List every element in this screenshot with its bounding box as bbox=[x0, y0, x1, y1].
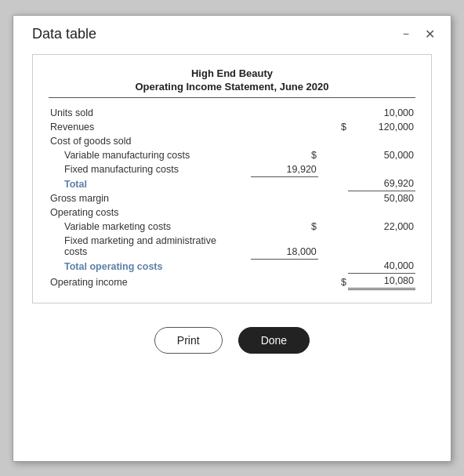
fixed-mktg-label: Fixed marketing and administrative costs bbox=[49, 234, 221, 259]
variable-mfg-dollar: $ bbox=[251, 148, 318, 162]
gross-margin-value: 50,080 bbox=[348, 191, 415, 206]
report-title: High End Beauty bbox=[49, 67, 415, 79]
footer-buttons: Print Done bbox=[13, 319, 451, 368]
cost-of-goods-label: Cost of goods sold bbox=[49, 134, 221, 148]
gross-margin-label: Gross margin bbox=[49, 191, 221, 206]
variable-mfg-label: Variable manufacturing costs bbox=[49, 148, 221, 162]
operating-income-row: Operating income $ 10,080 bbox=[49, 274, 415, 289]
variable-mktg-value: 22,000 bbox=[348, 220, 415, 234]
fixed-mfg-value: 19,920 bbox=[251, 162, 318, 177]
operating-income-dollar: $ bbox=[318, 274, 348, 289]
variable-mktg-dollar: $ bbox=[251, 220, 318, 234]
cost-of-goods-row: Cost of goods sold bbox=[49, 134, 415, 148]
total-op-costs-value: 40,000 bbox=[348, 259, 415, 274]
variable-mktg-row: Variable marketing costs $ 22,000 bbox=[49, 220, 415, 234]
variable-mfg-row: Variable manufacturing costs $ 50,000 bbox=[49, 148, 415, 162]
fixed-mktg-row: Fixed marketing and administrative costs… bbox=[49, 234, 415, 259]
revenues-label: Revenues bbox=[49, 120, 221, 134]
total-label: Total bbox=[49, 176, 221, 191]
variable-mktg-label: Variable marketing costs bbox=[49, 220, 221, 234]
fixed-mktg-value: 18,000 bbox=[251, 234, 318, 259]
close-button[interactable]: ✕ bbox=[422, 25, 438, 43]
variable-mfg-value: 50,000 bbox=[348, 148, 415, 162]
operating-income-value: 10,080 bbox=[348, 274, 415, 289]
fixed-mfg-label: Fixed manufacturing costs bbox=[49, 162, 221, 177]
window-controls: − ✕ bbox=[400, 25, 438, 43]
units-sold-row: Units sold 10,000 bbox=[49, 106, 415, 120]
gross-margin-row: Gross margin 50,080 bbox=[49, 191, 415, 206]
units-sold-label: Units sold bbox=[49, 106, 221, 120]
revenues-row: Revenues $ 120,000 bbox=[49, 120, 415, 134]
operating-income-label: Operating income bbox=[49, 274, 221, 289]
title-bar: Data table − ✕ bbox=[13, 16, 451, 51]
total-op-costs-label: Total operating costs bbox=[49, 259, 221, 274]
total-row: Total 69,920 bbox=[49, 176, 415, 191]
fixed-mfg-row: Fixed manufacturing costs 19,920 bbox=[49, 162, 415, 177]
minimize-button[interactable]: − bbox=[400, 26, 412, 42]
report-subtitle: Operating Income Statement, June 2020 bbox=[49, 81, 415, 98]
total-op-costs-row: Total operating costs 40,000 bbox=[49, 259, 415, 274]
financial-table: Units sold 10,000 Revenues $ 120,000 Cos… bbox=[49, 106, 415, 291]
data-table-container: High End Beauty Operating Income Stateme… bbox=[32, 54, 432, 304]
operating-costs-label: Operating costs bbox=[49, 205, 221, 220]
done-button[interactable]: Done bbox=[238, 327, 310, 354]
dialog-window: Data table − ✕ High End Beauty Operating… bbox=[13, 15, 451, 462]
revenues-value: 120,000 bbox=[348, 120, 415, 134]
total-value: 69,920 bbox=[348, 176, 415, 191]
units-sold-value: 10,000 bbox=[348, 106, 415, 120]
print-button[interactable]: Print bbox=[154, 327, 223, 354]
revenues-dollar: $ bbox=[318, 120, 348, 134]
operating-costs-row: Operating costs bbox=[49, 205, 415, 220]
window-title: Data table bbox=[32, 26, 96, 42]
